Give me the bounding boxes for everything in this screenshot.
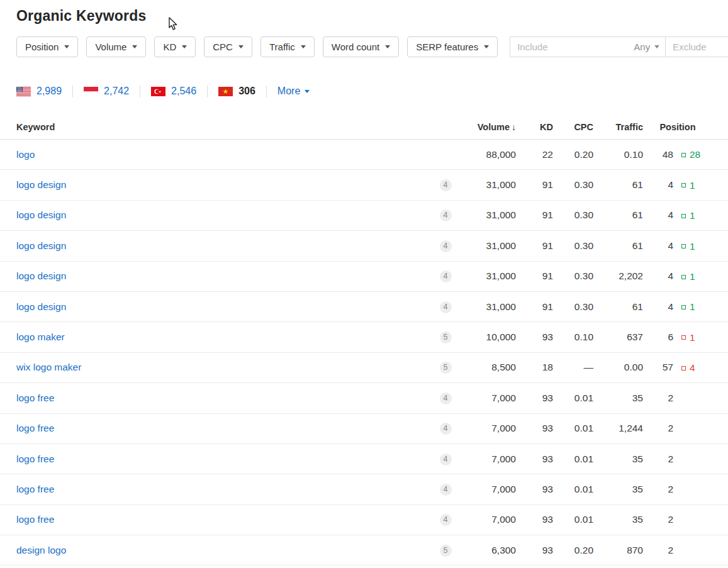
position-change-cell: 1 bbox=[673, 240, 712, 252]
divider bbox=[140, 86, 140, 97]
position-change-cell bbox=[673, 545, 712, 556]
keyword-cell: logo design bbox=[16, 209, 434, 221]
filter-label: Traffic bbox=[269, 42, 295, 52]
position-change-cell: 4 bbox=[673, 362, 712, 374]
position-change: 1 bbox=[681, 271, 695, 282]
keyword-link[interactable]: design logo bbox=[16, 545, 66, 555]
filter-traffic-button[interactable]: Traffic bbox=[260, 36, 315, 57]
country-count-link[interactable]: 2,546 bbox=[171, 86, 196, 97]
keyword-cell: logo design bbox=[16, 301, 434, 313]
serp-count-badge[interactable]: 4 bbox=[440, 209, 452, 221]
filter-serp-features-button[interactable]: SERP features bbox=[407, 36, 498, 57]
country-turkey[interactable]: 2,546 bbox=[151, 86, 196, 97]
filter-position-button[interactable]: Position bbox=[16, 36, 78, 57]
position-change-icon bbox=[681, 275, 686, 279]
table-row: logo free 4 7,000 93 0.01 35 2 bbox=[0, 474, 728, 504]
cpc-cell: 0.01 bbox=[553, 484, 593, 495]
filter-label: SERP features bbox=[416, 42, 478, 52]
table-row: logo design 4 31,000 91 0.30 61 4 1 bbox=[0, 170, 728, 200]
volume-cell: 88,000 bbox=[457, 149, 516, 160]
position-change-cell bbox=[673, 454, 712, 465]
keyword-link[interactable]: logo design bbox=[16, 240, 66, 251]
position-cell: 2 bbox=[643, 514, 673, 525]
chevron-down-icon bbox=[305, 90, 310, 93]
serp-count-badge[interactable]: 5 bbox=[440, 331, 452, 343]
serp-count-badge[interactable]: 4 bbox=[440, 301, 452, 313]
filter-kd-button[interactable]: KD bbox=[154, 36, 196, 57]
serp-count-badge[interactable]: 5 bbox=[440, 545, 452, 557]
table-row: logo design 4 31,000 91 0.30 61 4 1 bbox=[0, 201, 728, 231]
keyword-link[interactable]: logo design bbox=[16, 270, 66, 281]
column-header-kd[interactable]: KD bbox=[516, 122, 553, 132]
keyword-link[interactable]: logo free bbox=[16, 454, 54, 464]
serp-count-badge[interactable]: 4 bbox=[440, 393, 452, 404]
keyword-link[interactable]: logo bbox=[16, 149, 35, 160]
serp-count-badge[interactable]: 5 bbox=[440, 362, 452, 374]
cpc-cell: 0.10 bbox=[553, 331, 593, 343]
serp-count-badge[interactable]: 4 bbox=[440, 454, 452, 465]
filter-word-count-button[interactable]: Word count bbox=[323, 36, 399, 57]
keyword-link[interactable]: logo design bbox=[16, 179, 66, 190]
organic-keywords-page: Organic Keywords Position Volume KD CPC … bbox=[0, 6, 728, 568]
filter-volume-button[interactable]: Volume bbox=[86, 36, 146, 57]
position-change-value: 28 bbox=[690, 149, 700, 160]
traffic-cell: 2,202 bbox=[593, 270, 643, 282]
country-vietnam[interactable]: 306 bbox=[218, 86, 255, 97]
keyword-link[interactable]: logo free bbox=[16, 514, 54, 525]
position-cell: 2 bbox=[643, 393, 673, 404]
keyword-link[interactable]: logo free bbox=[16, 393, 54, 403]
badge-cell: 5 bbox=[434, 544, 457, 557]
position-change-cell bbox=[673, 484, 712, 495]
badge-cell: 4 bbox=[434, 513, 457, 526]
countries-bar: 2,989 2,742 2,546 30 bbox=[16, 82, 728, 100]
cpc-cell: 0.30 bbox=[553, 301, 593, 313]
keyword-link[interactable]: logo design bbox=[16, 209, 66, 220]
serp-count-badge[interactable]: 4 bbox=[440, 423, 452, 435]
country-count-link[interactable]: 2,742 bbox=[104, 86, 129, 97]
serp-count-badge[interactable]: 4 bbox=[440, 179, 452, 191]
traffic-cell: 61 bbox=[593, 301, 643, 313]
table-row: logo free 4 7,000 93 0.01 35 2 bbox=[0, 383, 728, 413]
column-header-volume[interactable]: Volume↓ bbox=[457, 122, 516, 132]
country-count-link[interactable]: 2,989 bbox=[36, 86, 62, 97]
badge-cell: 4 bbox=[434, 392, 457, 404]
column-header-cpc[interactable]: CPC bbox=[553, 122, 593, 132]
serp-count-badge[interactable]: 4 bbox=[440, 270, 452, 282]
position-change-value: 1 bbox=[690, 271, 695, 282]
more-countries-link[interactable]: More bbox=[277, 86, 310, 97]
keyword-cell: design logo bbox=[16, 545, 434, 556]
filter-cpc-button[interactable]: CPC bbox=[204, 36, 252, 57]
country-united-states[interactable]: 2,989 bbox=[16, 86, 62, 97]
keyword-cell: logo bbox=[16, 149, 434, 160]
position-change-cell bbox=[673, 423, 712, 434]
include-mode-select[interactable]: Any bbox=[634, 36, 659, 57]
position-cell: 4 bbox=[643, 240, 673, 252]
column-header-keyword[interactable]: Keyword bbox=[16, 122, 434, 132]
include-mode-value: Any bbox=[634, 42, 650, 52]
filter-label: CPC bbox=[213, 42, 233, 52]
table-row: logo 88,000 22 0.20 0.10 48 28 bbox=[0, 140, 728, 170]
volume-cell: 6,300 bbox=[457, 545, 516, 556]
mouse-cursor-icon bbox=[169, 17, 179, 33]
column-header-traffic[interactable]: Traffic bbox=[593, 122, 643, 132]
keyword-link[interactable]: logo design bbox=[16, 301, 66, 312]
exclude-input[interactable] bbox=[665, 36, 728, 57]
position-change-value: 1 bbox=[690, 332, 695, 343]
serp-count-badge[interactable]: 4 bbox=[440, 484, 452, 496]
column-header-position[interactable]: Position bbox=[643, 122, 712, 132]
volume-cell: 31,000 bbox=[457, 270, 516, 282]
serp-count-badge[interactable]: 4 bbox=[440, 240, 452, 252]
keyword-link[interactable]: logo free bbox=[16, 423, 54, 433]
cpc-cell: 0.01 bbox=[553, 514, 593, 525]
country-indonesia[interactable]: 2,742 bbox=[84, 86, 129, 97]
more-label: More bbox=[277, 86, 300, 97]
volume-cell: 31,000 bbox=[457, 179, 516, 191]
kd-cell: 93 bbox=[516, 454, 553, 465]
keyword-link[interactable]: logo free bbox=[16, 484, 54, 494]
keyword-link[interactable]: logo maker bbox=[16, 331, 65, 342]
keyword-link[interactable]: wix logo maker bbox=[16, 362, 81, 372]
keyword-cell: logo free bbox=[16, 484, 434, 495]
volume-cell: 8,500 bbox=[457, 362, 516, 373]
serp-count-badge[interactable]: 4 bbox=[440, 514, 452, 526]
position-cell: 4 bbox=[643, 179, 673, 191]
